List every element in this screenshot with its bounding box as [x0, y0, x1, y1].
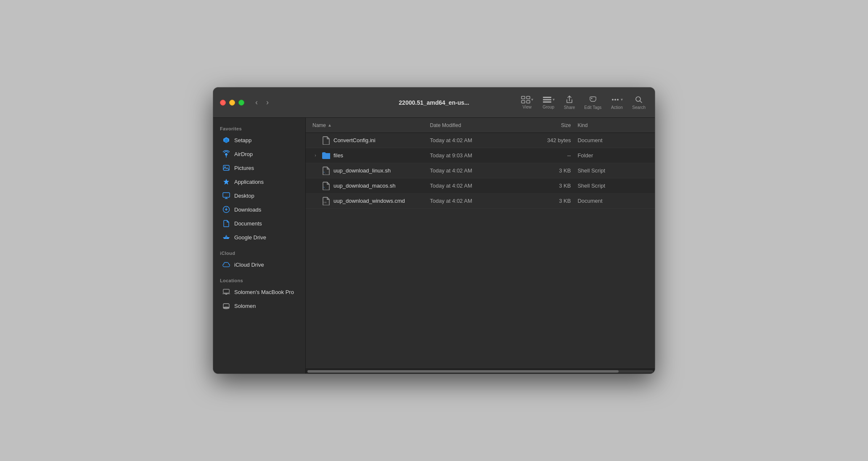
toolbar-right: ▾ View ▾ Group	[517, 93, 650, 112]
svg-rect-13	[223, 165, 229, 170]
svg-point-7	[591, 98, 592, 99]
svg-text:CMD: CMD	[323, 201, 327, 204]
file-list: ConvertConfig.iniToday at 4:02 AM342 byt…	[306, 133, 655, 368]
search-icon	[635, 95, 643, 104]
downloads-label: Downloads	[234, 207, 261, 213]
drive-icon	[222, 302, 230, 310]
group-label: Group	[542, 105, 554, 109]
table-row[interactable]: CMDuup_download_windows.cmdToday at 4:02…	[306, 193, 655, 209]
table-row[interactable]: ConvertConfig.iniToday at 4:02 AM342 byt…	[306, 133, 655, 148]
folder-icon	[322, 151, 330, 160]
documents-icon	[222, 220, 230, 227]
shell-icon: >_	[322, 167, 330, 175]
svg-rect-1	[527, 96, 530, 99]
sidebar-item-setapp[interactable]: Setapp	[216, 133, 303, 147]
sidebar-item-documents[interactable]: Documents	[216, 217, 303, 230]
favorites-section-title: Favorites	[213, 123, 305, 133]
scrollbar-track	[307, 370, 653, 373]
sort-arrow: ▲	[328, 123, 332, 127]
sidebar-item-airdrop[interactable]: AirDrop	[216, 147, 303, 161]
file-kind: Shell Script	[571, 183, 648, 189]
file-name: ConvertConfig.ini	[333, 137, 376, 143]
pictures-label: Pictures	[234, 165, 254, 171]
group-toolbar-item[interactable]: ▾ Group	[538, 93, 559, 112]
svg-rect-19	[223, 289, 229, 293]
sidebar-item-google-drive[interactable]: Google Drive	[216, 231, 303, 244]
sidebar-item-macbook[interactable]: Solomen's MacBook Pro	[216, 285, 303, 299]
sidebar-item-applications[interactable]: Applications	[216, 175, 303, 188]
minimize-button[interactable]	[229, 100, 235, 106]
file-name: uup_download_linux.sh	[333, 167, 391, 174]
share-toolbar-item[interactable]: Share	[560, 93, 580, 112]
file-size: 3 KB	[524, 167, 571, 174]
edit-tags-toolbar-item[interactable]: Edit Tags	[580, 93, 606, 112]
file-kind: Document	[571, 198, 648, 204]
sidebar-item-downloads[interactable]: Downloads	[216, 203, 303, 216]
traffic-lights	[220, 100, 244, 106]
svg-rect-5	[543, 99, 551, 100]
table-row[interactable]: >_uup_download_linux.shToday at 4:02 AM3…	[306, 163, 655, 178]
search-label: Search	[632, 105, 646, 110]
pictures-icon	[222, 164, 230, 172]
file-date: Today at 4:02 AM	[430, 183, 524, 189]
airdrop-label: AirDrop	[234, 151, 253, 157]
expand-chevron[interactable]: ›	[312, 153, 318, 159]
file-date: Today at 4:02 AM	[430, 137, 524, 143]
sidebar-item-desktop[interactable]: Desktop	[216, 189, 303, 202]
view-toolbar-item[interactable]: ▾ View	[517, 93, 537, 112]
macbook-label: Solomen's MacBook Pro	[234, 289, 294, 295]
cmd-icon: CMD	[322, 197, 330, 205]
titlebar: ‹ › 22000.51_amd64_en-us... ▾ View	[213, 87, 655, 118]
applications-label: Applications	[234, 179, 264, 185]
file-date: Today at 4:02 AM	[430, 198, 524, 204]
icloud-drive-label: iCloud Drive	[234, 262, 264, 268]
view-icon: ▾	[521, 96, 533, 103]
view-label: View	[522, 105, 532, 109]
edit-tags-icon	[589, 95, 597, 104]
date-column-header[interactable]: Date Modified	[430, 122, 524, 128]
file-kind: Shell Script	[571, 167, 648, 174]
table-row[interactable]: ›filesToday at 9:03 AM--Folder	[306, 148, 655, 163]
documents-label: Documents	[234, 220, 262, 227]
file-kind: Folder	[571, 152, 648, 159]
file-size: 342 bytes	[524, 137, 571, 143]
solomen-label: Solomen	[234, 303, 256, 309]
setapp-icon	[222, 136, 230, 144]
file-date: Today at 4:02 AM	[430, 167, 524, 174]
table-row[interactable]: >_uup_download_macos.shToday at 4:02 AM3…	[306, 178, 655, 193]
back-button[interactable]: ‹	[252, 95, 261, 109]
column-headers: Name ▲ Date Modified Size Kind	[306, 118, 655, 133]
scrollbar-thumb[interactable]	[307, 370, 619, 373]
file-name: uup_download_macos.sh	[333, 183, 395, 189]
maximize-button[interactable]	[238, 100, 244, 106]
edit-tags-label: Edit Tags	[584, 105, 601, 110]
size-column-header[interactable]: Size	[524, 122, 571, 128]
name-column-header[interactable]: Name ▲	[312, 122, 430, 128]
file-name: uup_download_windows.cmd	[333, 198, 405, 204]
google-drive-label: Google Drive	[234, 234, 266, 241]
close-button[interactable]	[220, 100, 226, 106]
svg-rect-3	[527, 101, 530, 103]
sidebar-item-pictures[interactable]: Pictures	[216, 161, 303, 175]
svg-point-11	[636, 97, 640, 101]
svg-text:>_: >_	[323, 171, 326, 174]
finder-window: ‹ › 22000.51_amd64_en-us... ▾ View	[213, 87, 655, 374]
svg-rect-0	[521, 96, 525, 99]
search-toolbar-item[interactable]: Search	[628, 93, 650, 112]
google-drive-icon	[222, 233, 230, 241]
window-title: 22000.51_amd64_en-us...	[399, 99, 469, 106]
action-toolbar-item[interactable]: ▾ Action	[606, 93, 627, 112]
sidebar-item-icloud-drive[interactable]: iCloud Drive	[216, 258, 303, 271]
downloads-icon	[222, 206, 230, 213]
kind-column-header[interactable]: Kind	[571, 122, 648, 128]
file-size: 3 KB	[524, 198, 571, 204]
applications-icon	[222, 178, 230, 185]
sidebar-item-solomen[interactable]: Solomen	[216, 299, 303, 313]
navigation-buttons: ‹ ›	[252, 95, 272, 109]
setapp-label: Setapp	[234, 137, 251, 143]
forward-button[interactable]: ›	[263, 95, 272, 109]
share-icon	[565, 95, 574, 104]
file-area: Name ▲ Date Modified Size Kind ConvertCo…	[306, 118, 655, 374]
file-size: 3 KB	[524, 183, 571, 189]
horizontal-scrollbar[interactable]	[306, 368, 655, 374]
